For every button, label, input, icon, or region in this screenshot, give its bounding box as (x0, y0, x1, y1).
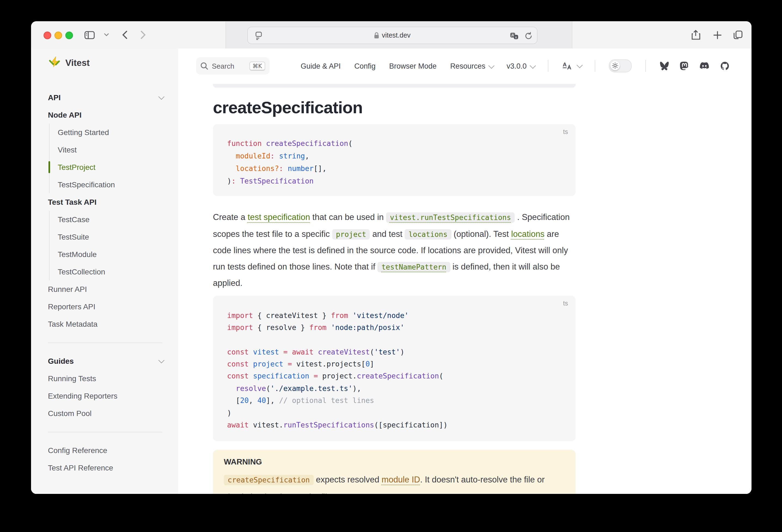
sidebar-item-reporters-api[interactable]: Reporters API (48, 298, 178, 315)
sidebar-item-custom-pool[interactable]: Custom Pool (48, 404, 178, 422)
sidebar-group-title-guides[interactable]: Guides (48, 352, 163, 370)
sidebar-item-testproject[interactable]: TestProject (58, 158, 178, 176)
inline-code-link[interactable]: testNamePattern (378, 262, 450, 272)
code-line: resolve('./example.test.ts'), (227, 383, 564, 395)
nav-link-guide-api[interactable]: Guide & API (300, 62, 341, 70)
main-content: createSpecification ts function createSp… (178, 83, 751, 494)
inline-link[interactable]: module ID (382, 475, 420, 484)
inline-code: locations (404, 229, 451, 239)
nav-link-browser-mode[interactable]: Browser Mode (389, 62, 436, 70)
text-run: that can be used in (310, 212, 386, 222)
back-button[interactable] (118, 28, 131, 41)
warning-text: createSpecification expects resolved mod… (224, 471, 565, 494)
sidebar-item-getting-started[interactable]: Getting Started (58, 123, 178, 141)
code-token: import (227, 323, 253, 331)
nav-link-config[interactable]: Config (354, 62, 376, 70)
new-tab-icon[interactable] (711, 28, 724, 41)
sidebar-item-testcollection[interactable]: TestCollection (58, 263, 178, 280)
text-run: and test (370, 229, 405, 238)
forward-button[interactable] (137, 28, 150, 41)
bluesky-icon[interactable] (660, 62, 669, 70)
github-icon[interactable] (720, 61, 730, 71)
code-token: ], (266, 396, 279, 404)
sidebar-item-testsuite[interactable]: TestSuite (58, 228, 178, 246)
nav-links: Guide & APIConfigBrowser ModeResourcesv3… (300, 62, 534, 70)
inline-code: createSpecification (224, 475, 314, 486)
code-token: = (288, 360, 292, 368)
sidebar-item-running-tests[interactable]: Running Tests (48, 370, 178, 387)
code-token (279, 348, 283, 356)
code-token (283, 165, 288, 173)
inline-link[interactable]: locations (511, 229, 544, 238)
sidebar-item-testspecification[interactable]: TestSpecification (58, 176, 178, 193)
reload-icon[interactable] (522, 29, 535, 42)
sidebar-item-testmodule[interactable]: TestModule (58, 246, 178, 263)
sidebar-group-title-api[interactable]: API (48, 89, 163, 106)
code-token: 20 (240, 396, 249, 404)
code-token (249, 360, 253, 368)
code-token: 0 (365, 360, 370, 368)
zoom-window-button[interactable] (65, 32, 73, 39)
code-token: 'node:path/posix' (331, 323, 404, 331)
code-token: './example.test.ts' (271, 384, 353, 393)
code-token: ), (353, 384, 361, 393)
discord-icon[interactable] (699, 62, 710, 70)
sidebar-group: APINode APIGetting StartedVitestTestProj… (31, 89, 178, 333)
code-token: 'test' (374, 348, 400, 356)
nav-link-resources[interactable]: Resources (450, 62, 493, 70)
tabs-overview-icon[interactable] (731, 28, 744, 41)
code-line: const specification = project.createSpec… (227, 370, 564, 383)
warning-title: WARNING (224, 458, 565, 466)
browser-toolbar: vitest.dev Ax (31, 21, 751, 49)
close-window-button[interactable] (43, 32, 51, 39)
site-viewport: Vitest APINode APIGetting StartedVitestT… (31, 48, 751, 494)
code-token: vitest. (249, 421, 283, 429)
sidebar-nested-group: Getting StartedVitestTestProjectTestSpec… (49, 123, 178, 193)
chevron-down-icon (577, 62, 583, 68)
desktop: vitest.dev Ax (0, 0, 782, 532)
code-token: project (253, 360, 283, 368)
code-token: createVitest (318, 348, 370, 356)
sidebar-item-node-api[interactable]: Node API (48, 106, 178, 123)
code-token: ( (266, 384, 271, 393)
translate-icon[interactable]: Ax (507, 29, 521, 42)
nav-link-v3-0-0[interactable]: v3.0.0 (506, 62, 534, 70)
code-token: ( (370, 348, 374, 356)
warning-callout: WARNING createSpecification expects reso… (213, 450, 576, 494)
sidebar-item-test-api-reference[interactable]: Test API Reference (48, 459, 178, 476)
sidebar-group: GuidesRunning TestsExtending ReportersCu… (31, 352, 178, 422)
sidebar-item-config-reference[interactable]: Config Reference (48, 441, 178, 459)
inline-code-link[interactable]: vitest.runTestSpecifications (386, 212, 515, 223)
brand[interactable]: Vitest (48, 56, 90, 69)
code-token: 'vitest/node' (353, 311, 409, 319)
toolbar-chevron-down-icon[interactable] (100, 28, 113, 41)
code-token (326, 323, 331, 331)
mastodon-icon[interactable] (680, 61, 689, 71)
code-token: const (227, 372, 249, 380)
sidebar-divider (48, 432, 162, 432)
sidebar-item-test-task-api[interactable]: Test Task API (48, 193, 178, 211)
minimize-window-button[interactable] (55, 32, 62, 39)
sidebar-item-vitest[interactable]: Vitest (58, 141, 178, 158)
sidebar-item-extending-reporters[interactable]: Extending Reporters (48, 387, 178, 404)
inline-link[interactable]: test specification (248, 212, 310, 222)
code-token: resolve (236, 384, 266, 393)
nav-divider (548, 60, 548, 72)
page-title: createSpecification (213, 98, 576, 118)
code-content: function createSpecification( moduleId: … (227, 137, 564, 187)
sidebar-toggle-icon[interactable] (83, 28, 96, 41)
share-icon[interactable] (689, 28, 702, 41)
language-toggle[interactable]: A (562, 62, 581, 70)
code-token: runTestSpecifications (283, 421, 374, 429)
previous-code-block-tail (213, 84, 576, 88)
sidebar-item-testcase[interactable]: TestCase (58, 211, 178, 228)
code-token: ) (227, 409, 232, 417)
theme-toggle[interactable] (609, 59, 632, 72)
address-bar[interactable]: vitest.dev Ax (247, 27, 537, 44)
sidebar-item-runner-api[interactable]: Runner API (48, 280, 178, 298)
sidebar-item-task-metadata[interactable]: Task Metadata (48, 315, 178, 333)
search-button[interactable]: Search ⌘K (196, 57, 270, 75)
code-block-signature: ts function createSpecification( moduleI… (213, 124, 576, 196)
code-line (227, 334, 564, 346)
theme-knob (610, 61, 620, 70)
